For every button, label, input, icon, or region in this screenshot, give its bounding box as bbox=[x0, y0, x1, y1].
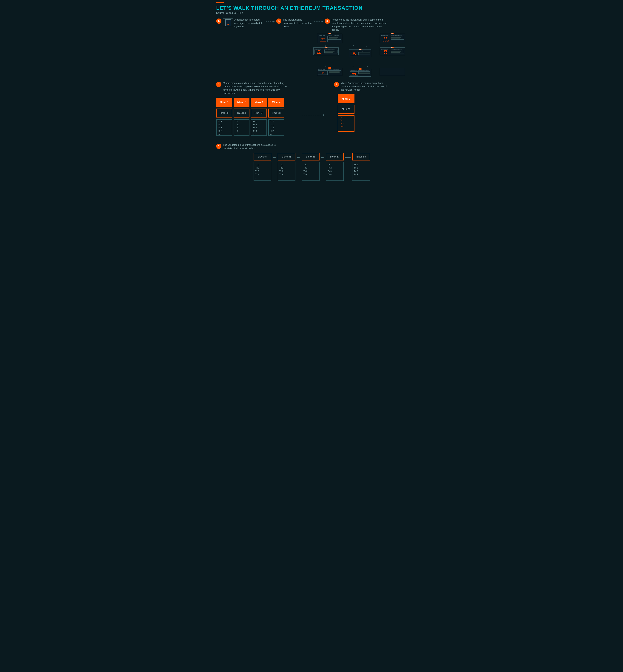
step6-number: 6. bbox=[216, 144, 221, 149]
chain-block-56: Block 56 bbox=[302, 153, 320, 160]
step4-number: 4. bbox=[216, 82, 221, 87]
etw-badge-bl: ETW bbox=[328, 67, 331, 69]
miner3-box: Miner 3 bbox=[251, 98, 267, 107]
top-bar bbox=[216, 2, 224, 3]
step1-number: 1. bbox=[216, 19, 221, 24]
step3-text: Nodes verify the transaction, add a copy… bbox=[331, 18, 388, 32]
tx-box-2: Tx 1 Tx 2 Tx 3 Tx 4 ... bbox=[234, 119, 249, 136]
main-title: LET'S WALK THROUGH AN ETHEREUM TRANSACTI… bbox=[216, 5, 407, 11]
chain-col-55: Block 55 Tx 1 Tx 2 Tx 3 Tx 4 ... bbox=[278, 153, 295, 181]
miner4-box: Miner 4 bbox=[268, 98, 284, 107]
arrow-2-3 bbox=[313, 21, 325, 23]
step5: 5. Miner 7 achieved the correct output a… bbox=[326, 82, 407, 138]
step3: 3. Nodes verify the transaction, add a c… bbox=[325, 18, 407, 32]
step2-number: 2. bbox=[276, 19, 281, 24]
step4-text: Miners create a candidate block from the… bbox=[223, 82, 288, 95]
chain-arrow-1 bbox=[273, 157, 276, 158]
step1-doc-icon bbox=[223, 19, 233, 27]
node-bot-right bbox=[380, 68, 405, 76]
chain-tx-56: Tx 1 Tx 2 Tx 3 Tx 4 ... bbox=[302, 162, 320, 181]
chain-col-56: Block 56 Tx 1 Tx 2 Tx 3 Tx 4 ... bbox=[302, 153, 320, 181]
miner7-box: Miner 7 bbox=[338, 94, 354, 103]
miner2-box: Miner 2 bbox=[234, 98, 249, 107]
step1-text: A transaction is created and signed usin… bbox=[234, 18, 264, 28]
node-top-right: ETW Network State bbox=[380, 34, 405, 43]
arrows-center: ↗↙ bbox=[352, 44, 368, 48]
tx-box-1: Tx 1 Tx 2 Tx 3 Tx 4 ... bbox=[216, 119, 232, 136]
chain-arrow-2 bbox=[297, 157, 300, 158]
winner-block58: Block 58 bbox=[338, 105, 354, 114]
arrow-1-2 bbox=[264, 21, 276, 23]
node-center: ETW Network State P bbox=[349, 49, 371, 57]
step3-number: 3. bbox=[325, 19, 330, 24]
miner1-box: Miner 1 bbox=[216, 98, 232, 107]
node-mid-right: ETW Network State P bbox=[380, 48, 405, 55]
node-top-left: ETW Network State bbox=[317, 34, 342, 43]
etw-badge-tl: ETW bbox=[328, 33, 331, 34]
node-bot-center: ETW Network State P bbox=[349, 69, 371, 77]
etw-badge-mr: ETW bbox=[391, 47, 394, 48]
step2: 2. The transaction is broadcast to the n… bbox=[276, 18, 313, 28]
step1: 1. A transaction is created and signed u… bbox=[216, 18, 264, 28]
node-bot-left: ETW Network State P bbox=[317, 68, 342, 76]
block58-4: Block 58 bbox=[268, 109, 284, 118]
chain-tx-57: Tx 1 Tx 2 Tx 3 Tx 4 ... bbox=[326, 162, 344, 181]
block58-3: Block 58 bbox=[251, 109, 267, 118]
chain-col-58: Block 58 Tx 1 Tx 2 Tx 3 Tx 4 ... bbox=[352, 153, 370, 181]
block58-2: Block 58 bbox=[234, 109, 249, 118]
node-diagram: ETW Network State bbox=[314, 34, 407, 76]
step6: 6. The validated block of transactions g… bbox=[216, 143, 407, 181]
chain-arrow-4 bbox=[345, 157, 351, 158]
etw-badge-tr: ETW bbox=[391, 33, 394, 34]
tx-box-4: Tx 1 Tx 2 Tx 3 Tx 4 ... bbox=[268, 119, 284, 136]
chain-block-55: Block 55 bbox=[278, 153, 295, 160]
step5-number: 5. bbox=[334, 82, 339, 87]
step5-text: Miner 7 achieved the correct output and … bbox=[340, 82, 387, 92]
block58-1: Block 58 bbox=[216, 109, 232, 118]
step6-text: The validated block of transactions gets… bbox=[223, 143, 279, 150]
etw-badge-bc: ETW bbox=[359, 68, 361, 70]
chain-tx-54: Tx 1 Tx 2 Tx 3 Tx 4 ... bbox=[254, 162, 271, 181]
arrows-bottom-center: ↙↘ bbox=[352, 65, 368, 68]
chain-block-54: Block 54 bbox=[254, 153, 271, 160]
v-arrow-bl: ↓ bbox=[325, 65, 326, 68]
chain-tx-55: Tx 1 Tx 2 Tx 3 Tx 4 ... bbox=[278, 162, 295, 181]
chain-arrow-3 bbox=[321, 157, 324, 158]
source-label: Source: Global X ETFs bbox=[216, 11, 407, 14]
winner-tx-box: Tx 1 Tx 2 Tx 3 Tx 4 ... bbox=[338, 115, 354, 132]
node-mid-left: ETW Network State P bbox=[314, 48, 338, 55]
tx-box-3: Tx 1 Tx 2 Tx 3 Tx 4 ... bbox=[251, 119, 267, 136]
etw-badge-ml: ETW bbox=[325, 47, 327, 48]
chain-block-57: Block 57 bbox=[326, 153, 344, 160]
chain-block-58: Block 58 bbox=[352, 153, 370, 160]
chain-tx-58: Tx 1 Tx 2 Tx 3 Tx 4 ... bbox=[352, 162, 370, 181]
step4: 4. Miners create a candidate block from … bbox=[216, 82, 300, 138]
step2-text: The transaction is broadcast to the netw… bbox=[283, 18, 313, 28]
chain-col-57: Block 57 Tx 1 Tx 2 Tx 3 Tx 4 ... bbox=[326, 153, 344, 181]
chain-col-54: Block 54 Tx 1 Tx 2 Tx 3 Tx 4 ... bbox=[254, 153, 271, 181]
etw-badge-c: ETW bbox=[359, 49, 361, 50]
